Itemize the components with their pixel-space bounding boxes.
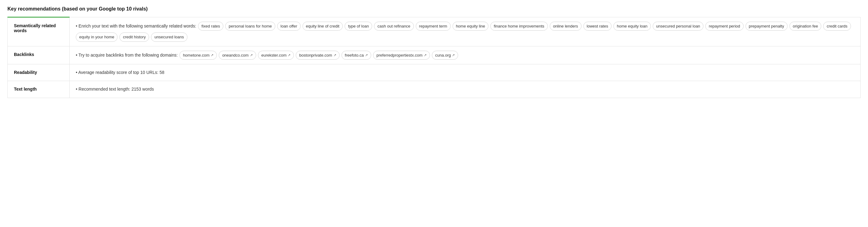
backlinks-row: Backlinks • Try to acquire backlinks fro… (8, 46, 861, 64)
external-link-icon: ↗ (452, 52, 455, 59)
text-length-row: Text length • Recommended text length: 2… (8, 81, 861, 98)
tag-cash-out-refinance: cash out refinance (374, 22, 413, 31)
tag-online-lenders: online lenders (550, 22, 582, 31)
tag-unsecured-personal-loan: unsecured personal loan (653, 22, 704, 31)
tag-equity-line-credit: equity line of credit (303, 22, 343, 31)
tag-equity-your-home: equity in your home (76, 32, 118, 41)
domain-oneandco[interactable]: oneandco.com ↗ (219, 51, 256, 60)
tag-fixed-rates: fixed rates (198, 22, 223, 31)
domain-bostonprivate[interactable]: bostonprivate.com ↗ (296, 51, 339, 60)
recommendations-table: Semantically related words • Enrich your… (7, 17, 861, 98)
semantically-related-label: Semantically related words (8, 17, 70, 46)
external-link-icon: ↗ (211, 52, 213, 59)
tag-home-equity-loan: home equity loan (613, 22, 651, 31)
external-link-icon: ↗ (288, 52, 290, 59)
external-link-icon: ↗ (424, 52, 427, 59)
tag-type-of-loan: type of loan (345, 22, 372, 31)
tag-finance-home: finance home improvements (490, 22, 548, 31)
tag-repayment-period: repayment period (705, 22, 743, 31)
readability-content: • Average readability score of top 10 UR… (70, 64, 861, 81)
tag-personal-loans: personal loans for home (225, 22, 275, 31)
backlinks-label: Backlinks (8, 46, 70, 64)
tag-home-equity-line: home equity line (453, 22, 489, 31)
external-link-icon: ↗ (365, 52, 368, 59)
recommendations-container: Key recommendations (based on your Googl… (0, 0, 868, 104)
tag-repayment-term: repayment term (416, 22, 451, 31)
external-link-icon: ↗ (334, 52, 336, 59)
tag-origination-fee: origination fee (789, 22, 822, 31)
semantically-related-content: • Enrich your text with the following se… (70, 17, 861, 46)
domain-hometone[interactable]: hometone.com ↗ (179, 51, 217, 60)
tag-credit-cards: credit cards (823, 22, 851, 31)
readability-label: Readability (8, 64, 70, 81)
domain-eurekster[interactable]: eurekster.com ↗ (258, 51, 294, 60)
page-title: Key recommendations (based on your Googl… (7, 6, 861, 12)
tag-lowest-rates: lowest rates (583, 22, 612, 31)
domain-freefoto[interactable]: freefoto.ca ↗ (342, 51, 371, 60)
backlinks-content: • Try to acquire backlinks from the foll… (70, 46, 861, 64)
text-length-content: • Recommended text length: 2153 words (70, 81, 861, 98)
domain-preferredproperties[interactable]: preferredpropertiestx.com ↗ (373, 51, 430, 60)
tag-prepayment-penalty: prepayment penalty (745, 22, 787, 31)
tag-loan-offer: loan offer (277, 22, 301, 31)
text-length-text: • Recommended text length: 2153 words (76, 87, 154, 92)
tag-unsecured-loans: unsecured loans (151, 32, 187, 41)
readability-text: • Average readability score of top 10 UR… (76, 70, 164, 75)
tag-credit-history: credit history (119, 32, 149, 41)
readability-row: Readability • Average readability score … (8, 64, 861, 81)
semantically-related-row: Semantically related words • Enrich your… (8, 17, 861, 46)
backlinks-intro: • Try to acquire backlinks from the foll… (76, 51, 178, 59)
semantically-related-intro: • Enrich your text with the following se… (76, 22, 196, 30)
external-link-icon: ↗ (250, 52, 253, 59)
domain-cuna[interactable]: cuna.org ↗ (432, 51, 459, 60)
text-length-label: Text length (8, 81, 70, 98)
